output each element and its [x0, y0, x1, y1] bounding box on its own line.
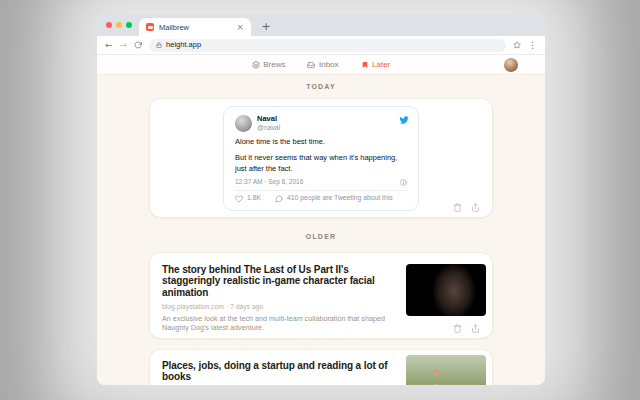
article-body: The story behind The Last of Us Part II'…: [162, 264, 402, 333]
heart-icon[interactable]: [235, 195, 243, 203]
bookmark-star-icon[interactable]: [513, 41, 521, 49]
window-controls: [106, 22, 132, 28]
address-field[interactable]: height.app: [149, 39, 506, 52]
info-icon[interactable]: [400, 179, 407, 186]
saved-article-card[interactable]: Places, jobs, doing a startup and readin…: [150, 350, 492, 385]
nav-inbox[interactable]: Inbox: [307, 60, 338, 69]
article-thumbnail: [406, 264, 486, 316]
tweet-header: Naval @naval: [235, 114, 407, 132]
tweet-embed: Naval @naval Alone time is the best time…: [223, 106, 419, 210]
url-bar: ← → height.app ⋮: [97, 36, 545, 55]
saved-article-card[interactable]: The story behind The Last of Us Part II'…: [150, 253, 492, 338]
browser-window: Mailbrew × + ← → height.app ⋮ Brews: [97, 14, 545, 385]
section-label-today: TODAY: [306, 83, 336, 91]
inbox-icon: [307, 61, 315, 69]
lock-icon: [156, 42, 162, 48]
share-icon[interactable]: [471, 324, 480, 333]
tab-strip: Mailbrew × +: [97, 14, 545, 36]
speech-bubble-icon[interactable]: [275, 195, 283, 203]
article-source: blog.playstation.com · 7 days ago: [162, 303, 402, 311]
nav-later-label: Later: [372, 60, 390, 69]
saved-tweet-card: Naval @naval Alone time is the best time…: [150, 99, 492, 217]
reload-icon[interactable]: [134, 41, 142, 49]
tweet-line-1: Alone time is the best time.: [235, 137, 407, 147]
url-text: height.app: [166, 41, 201, 49]
app-toolbar: Brews Inbox Later: [97, 55, 545, 75]
close-window-button[interactable]: [106, 22, 112, 28]
browser-menu-icon[interactable]: ⋮: [528, 41, 537, 50]
later-feed: TODAY Naval @naval Alone time is the bes…: [97, 75, 545, 385]
card-actions: [453, 324, 480, 333]
tweet-author-handle: @naval: [257, 124, 280, 132]
article-description: An exclusive look at the tech and multi-…: [162, 314, 402, 333]
minimize-window-button[interactable]: [116, 22, 122, 28]
tab-close-icon[interactable]: ×: [236, 23, 244, 32]
user-avatar[interactable]: [504, 58, 518, 72]
trash-icon[interactable]: [453, 324, 462, 333]
nav-later[interactable]: Later: [361, 60, 391, 69]
forward-icon[interactable]: →: [120, 41, 128, 50]
browser-tab[interactable]: Mailbrew ×: [139, 18, 251, 36]
nav-inbox-label: Inbox: [319, 60, 339, 69]
article-body: Places, jobs, doing a startup and readin…: [162, 360, 402, 383]
tweet-timestamp-row: 12:37 AM · Sep 8, 2016: [235, 179, 407, 186]
tab-title: Mailbrew: [159, 23, 236, 32]
twitter-bird-icon[interactable]: [399, 115, 409, 125]
zoom-window-button[interactable]: [126, 22, 132, 28]
tweet-line-2: But it never seems that way when it's ha…: [235, 153, 407, 173]
tweet-divider: [235, 190, 407, 191]
mailbrew-favicon: [146, 23, 154, 31]
brews-icon: [252, 61, 260, 69]
card-actions: [453, 203, 480, 212]
nav-brews[interactable]: Brews: [252, 60, 286, 69]
bookmark-later-icon: [361, 61, 369, 69]
tweet-timestamp: 12:37 AM · Sep 8, 2016: [235, 179, 303, 186]
tweet-retweet-note: 410 people are Tweeting about this: [287, 195, 393, 202]
tweet-like-count: 1.8K: [247, 195, 261, 202]
new-tab-button[interactable]: +: [258, 18, 274, 36]
article-title: Places, jobs, doing a startup and readin…: [162, 360, 402, 383]
share-icon[interactable]: [471, 203, 480, 212]
article-title: The story behind The Last of Us Part II'…: [162, 264, 402, 299]
tweet-author-avatar: [235, 115, 252, 132]
article-thumbnail: [406, 355, 486, 385]
trash-icon[interactable]: [453, 203, 462, 212]
tweet-engagement-row: 1.8K 410 people are Tweeting about this: [235, 195, 407, 203]
tweet-author-name: Naval: [257, 114, 280, 123]
section-label-older: OLDER: [306, 233, 337, 241]
tweet-text: Alone time is the best time. But it neve…: [235, 137, 407, 173]
nav-brews-label: Brews: [263, 60, 285, 69]
back-icon[interactable]: ←: [105, 41, 113, 50]
